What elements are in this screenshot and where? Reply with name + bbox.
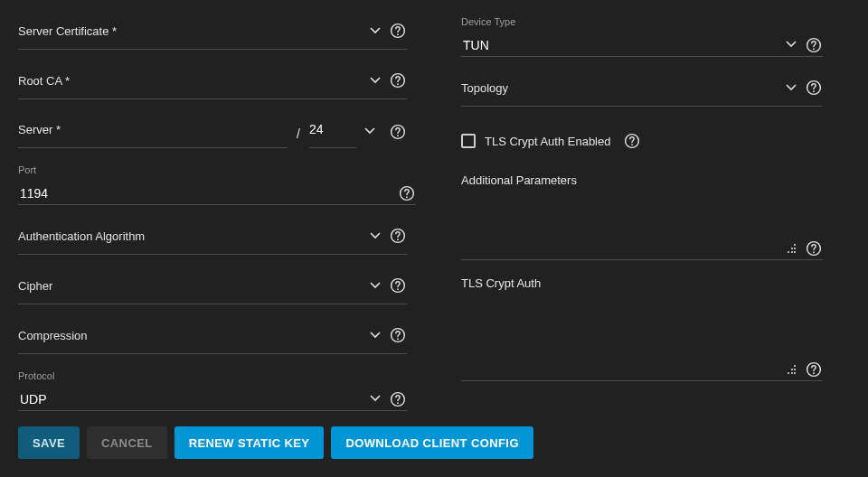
tls-crypt-auth-enabled-checkbox[interactable] xyxy=(461,134,476,148)
help-icon[interactable] xyxy=(389,22,407,40)
additional-parameters-textarea[interactable] xyxy=(461,192,823,260)
help-icon[interactable] xyxy=(389,227,407,245)
help-icon[interactable] xyxy=(389,276,407,295)
help-icon[interactable] xyxy=(389,390,407,408)
chevron-down-icon xyxy=(365,276,385,295)
chevron-down-icon xyxy=(365,226,385,246)
compression-label: Compression xyxy=(18,329,88,342)
additional-parameters-label: Additional Parameters xyxy=(461,173,823,187)
renew-static-key-button[interactable]: RENEW STATIC KEY xyxy=(175,426,325,459)
tls-crypt-auth-label: TLS Crypt Auth xyxy=(461,276,823,290)
device-type-label: Device Type xyxy=(461,16,515,27)
resize-grip-icon[interactable] xyxy=(785,243,796,254)
port-input[interactable]: Port 1194 xyxy=(18,161,416,205)
chevron-down-icon xyxy=(365,325,385,345)
server-certificate-select[interactable]: Server Certificate * xyxy=(18,13,407,50)
help-icon[interactable] xyxy=(398,184,416,202)
help-icon[interactable] xyxy=(623,132,641,150)
root-ca-label: Root CA * xyxy=(18,74,70,88)
button-bar: SAVE CANCEL RENEW STATIC KEY DOWNLOAD CL… xyxy=(18,426,533,459)
chevron-down-icon xyxy=(365,21,385,41)
chevron-down-icon xyxy=(781,78,801,98)
cipher-select[interactable]: Cipher xyxy=(18,267,407,304)
form-left-column: Server Certificate * Root CA * Server * … xyxy=(18,13,407,424)
protocol-value: UDP xyxy=(18,392,362,408)
chevron-down-icon xyxy=(781,34,801,54)
download-client-config-button[interactable]: DOWNLOAD CLIENT CONFIG xyxy=(331,426,533,459)
chevron-down-icon xyxy=(365,70,385,90)
help-icon[interactable] xyxy=(805,36,823,54)
chevron-down-icon xyxy=(360,121,380,141)
compression-select[interactable]: Compression xyxy=(18,317,407,354)
server-cidr-select[interactable]: 24 xyxy=(309,111,356,148)
root-ca-select[interactable]: Root CA * xyxy=(18,62,407,99)
cidr-slash: / xyxy=(297,126,300,141)
help-icon[interactable] xyxy=(389,123,407,141)
tls-crypt-auth-enabled-label: TLS Crypt Auth Enabled xyxy=(485,135,610,148)
tls-crypt-auth-enabled-row: TLS Crypt Auth Enabled xyxy=(461,132,823,150)
server-input[interactable]: Server * xyxy=(18,111,288,148)
tls-crypt-auth-textarea[interactable] xyxy=(461,295,823,381)
port-label: Port xyxy=(18,164,36,175)
cancel-button[interactable]: CANCEL xyxy=(87,426,167,459)
help-icon[interactable] xyxy=(389,326,407,344)
help-icon[interactable] xyxy=(389,71,407,89)
help-icon[interactable] xyxy=(805,239,823,257)
help-icon[interactable] xyxy=(805,79,823,97)
cipher-label: Cipher xyxy=(18,279,52,293)
server-label: Server * xyxy=(18,123,61,136)
vpn-server-form: Server Certificate * Root CA * Server * … xyxy=(0,0,868,424)
protocol-select[interactable]: Protocol UDP xyxy=(18,367,407,411)
auth-algorithm-label: Authentication Algorithm xyxy=(18,229,145,243)
chevron-down-icon xyxy=(365,388,385,408)
device-type-select[interactable]: Device Type TUN xyxy=(461,13,823,57)
server-certificate-label: Server Certificate * xyxy=(18,24,117,38)
port-value: 1194 xyxy=(18,186,394,202)
topology-label: Topology xyxy=(461,81,508,95)
form-right-column: Device Type TUN Topology TLS Crypt Auth … xyxy=(461,13,823,424)
server-address-row: Server * / 24 xyxy=(18,112,407,148)
auth-algorithm-select[interactable]: Authentication Algorithm xyxy=(18,218,407,255)
protocol-label: Protocol xyxy=(18,370,54,381)
resize-grip-icon[interactable] xyxy=(785,364,796,375)
help-icon[interactable] xyxy=(805,360,823,379)
device-type-value: TUN xyxy=(461,38,778,54)
server-cidr-value: 24 xyxy=(309,122,324,136)
save-button[interactable]: SAVE xyxy=(18,426,80,459)
topology-select[interactable]: Topology xyxy=(461,70,823,107)
